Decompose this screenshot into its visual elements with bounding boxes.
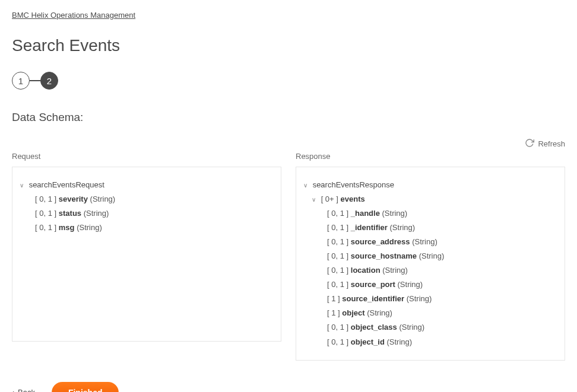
request-root-node[interactable]: ∨ searchEventsRequest [ 0, 1 ] severity … <box>20 178 271 235</box>
schema-field[interactable]: [ 0, 1 ] object_class (String) <box>327 320 555 334</box>
schema-field[interactable]: [ 0, 1 ] location (String) <box>327 263 555 278</box>
schema-field[interactable]: [ 0, 1 ] msg (String) <box>35 221 271 235</box>
finished-button[interactable]: Finished <box>52 382 119 392</box>
step-connector <box>30 80 40 81</box>
chevron-down-icon: ∨ <box>20 180 26 192</box>
schema-field[interactable]: [ 0, 1 ] source_hostname (String) <box>327 249 555 263</box>
schema-field[interactable]: [ 0, 1 ] _identifier (String) <box>327 221 555 235</box>
refresh-label: Refresh <box>538 139 565 148</box>
chevron-left-icon: ‹ <box>12 388 14 392</box>
request-schema: ∨ searchEventsRequest [ 0, 1 ] severity … <box>12 167 281 342</box>
response-events-node[interactable]: ∨ [ 0+ ] events [ 0, 1 ] _handle (String… <box>312 192 555 349</box>
wizard-stepper: 1 2 <box>12 72 565 90</box>
refresh-button[interactable]: Refresh <box>525 138 565 149</box>
page-title: Search Events <box>12 36 565 55</box>
schema-field[interactable]: [ 1 ] object (String) <box>327 306 555 320</box>
schema-field[interactable]: [ 0, 1 ] source_address (String) <box>327 235 555 249</box>
step-2[interactable]: 2 <box>40 72 58 90</box>
response-label: Response <box>296 152 565 161</box>
response-schema: ∨ searchEventsResponse ∨ [ 0+ ] events [… <box>296 167 565 361</box>
request-label: Request <box>12 152 281 161</box>
schema-field[interactable]: [ 0, 1 ] severity (String) <box>35 192 271 206</box>
step-1[interactable]: 1 <box>12 72 30 90</box>
schema-field[interactable]: [ 0, 1 ] source_port (String) <box>327 278 555 292</box>
response-root-node[interactable]: ∨ searchEventsResponse ∨ [ 0+ ] events [… <box>303 178 555 349</box>
schema-field[interactable]: [ 0, 1 ] object_id (String) <box>327 335 555 349</box>
data-schema-heading: Data Schema: <box>12 111 565 124</box>
chevron-down-icon: ∨ <box>312 195 318 206</box>
breadcrumb-link[interactable]: BMC Helix Operations Management <box>12 11 135 20</box>
schema-field[interactable]: [ 0, 1 ] status (String) <box>35 206 271 221</box>
back-button[interactable]: ‹ Back <box>12 388 35 392</box>
refresh-icon <box>525 138 534 149</box>
schema-field[interactable]: [ 0, 1 ] _handle (String) <box>327 206 555 221</box>
chevron-down-icon: ∨ <box>303 180 309 192</box>
schema-field[interactable]: [ 1 ] source_identifier (String) <box>327 292 555 306</box>
